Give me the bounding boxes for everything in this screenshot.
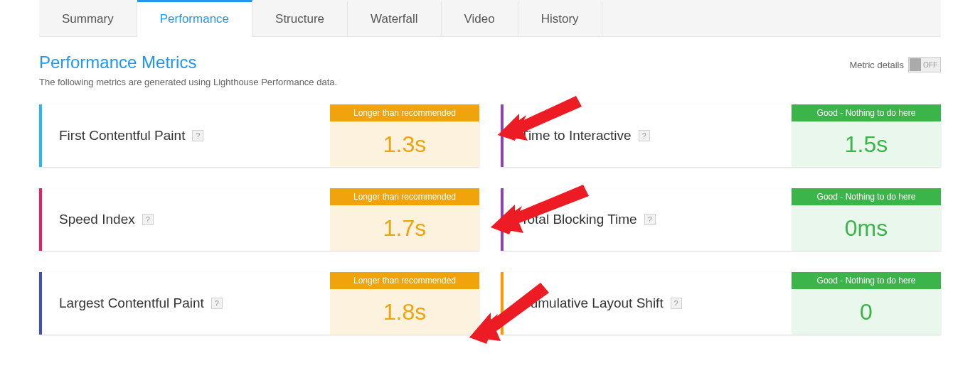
metric-status: Good - Nothing to do here xyxy=(792,272,941,289)
metric-card-lcp: Largest Contentful Paint ? Longer than r… xyxy=(39,272,479,335)
help-icon[interactable]: ? xyxy=(671,298,682,309)
metric-value: 1.7s xyxy=(330,205,479,251)
metric-value: 0 xyxy=(792,289,941,335)
metric-status: Longer than recommended xyxy=(330,104,479,121)
metric-value: 0ms xyxy=(792,205,941,251)
metric-card-cls: Cumulative Layout Shift ? Good - Nothing… xyxy=(501,272,941,335)
metric-name: First Contentful Paint xyxy=(59,128,185,143)
help-icon[interactable]: ? xyxy=(142,214,154,225)
metric-value: 1.3s xyxy=(330,121,479,167)
tab-waterfall[interactable]: Waterfall xyxy=(348,0,441,36)
tab-performance[interactable]: Performance xyxy=(137,0,252,37)
annotation-arrow-icon xyxy=(498,85,583,149)
help-icon[interactable]: ? xyxy=(211,298,223,309)
annotation-arrow-icon xyxy=(469,277,555,348)
tab-summary[interactable]: Summary xyxy=(39,0,137,36)
metric-details-toggle[interactable]: OFF xyxy=(908,57,941,72)
tab-structure[interactable]: Structure xyxy=(252,0,348,36)
toggle-state: OFF xyxy=(923,61,937,69)
metric-status: Longer than recommended xyxy=(330,272,479,289)
tab-video[interactable]: Video xyxy=(442,0,518,36)
metric-value: 1.5s xyxy=(792,121,941,167)
section-title: Performance Metrics xyxy=(39,53,337,72)
metric-card-si: Speed Index ? Longer than recommended 1.… xyxy=(39,188,479,251)
metric-name: Largest Contentful Paint xyxy=(59,295,204,311)
help-icon[interactable]: ? xyxy=(192,130,203,141)
metric-value: 1.8s xyxy=(330,289,479,335)
tab-history[interactable]: History xyxy=(518,0,602,36)
annotation-arrow-icon xyxy=(491,176,590,240)
toggle-label: Metric details xyxy=(849,60,904,70)
section-subtitle: The following metrics are generated usin… xyxy=(39,77,337,87)
metric-status: Longer than recommended xyxy=(330,188,479,205)
metric-status: Good - Nothing to do here xyxy=(792,188,941,205)
tabs-bar: Summary Performance Structure Waterfall … xyxy=(39,0,941,37)
help-icon[interactable]: ? xyxy=(639,130,650,141)
metric-name: Speed Index xyxy=(59,212,135,227)
help-icon[interactable]: ? xyxy=(644,214,656,225)
metric-card-fcp: First Contentful Paint ? Longer than rec… xyxy=(39,104,479,167)
metric-status: Good - Nothing to do here xyxy=(792,104,941,121)
